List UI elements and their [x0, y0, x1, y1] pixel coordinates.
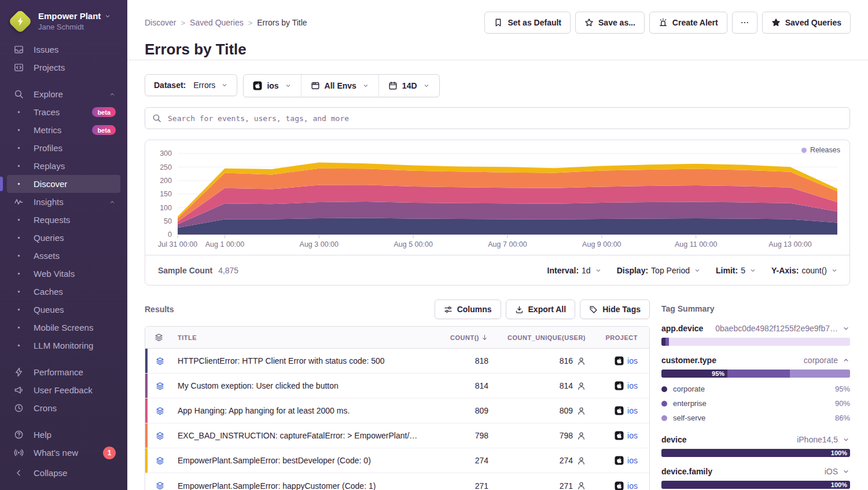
tag-distribution-bar: 100%: [661, 449, 850, 457]
sidebar-item-mobile-screens[interactable]: Mobile Screens: [7, 319, 120, 337]
chevron-down-icon[interactable]: [842, 324, 850, 332]
project-dropdown[interactable]: ios: [244, 75, 300, 97]
sidebar-item-assets[interactable]: Assets: [7, 247, 120, 265]
date-range-dropdown[interactable]: 14D: [378, 75, 439, 97]
chart-controls: Interval:1dDisplay:Top PeriodLimit:5Y-Ax…: [547, 266, 838, 275]
row-title[interactable]: EmpowerPlant.SampleError: happyCustomer …: [172, 481, 425, 490]
row-title[interactable]: My Custom exeption: User clicked the but…: [172, 381, 425, 390]
limit-dropdown[interactable]: Limit:5: [716, 266, 756, 275]
tag-breakdown-row[interactable]: self-serve86%: [661, 411, 850, 425]
columns-button[interactable]: Columns: [435, 299, 501, 319]
org-name[interactable]: Empower Plant: [38, 11, 111, 22]
sidebar-item-performance[interactable]: Performance: [7, 363, 120, 381]
sidebar-item-web-vitals[interactable]: Web Vitals: [7, 265, 120, 283]
sidebar-item-user-feedback[interactable]: User Feedback: [7, 381, 120, 399]
user-name: Jane Schmidt: [38, 23, 111, 32]
svg-text:Aug 5 00:00: Aug 5 00:00: [393, 240, 432, 248]
stack-icon[interactable]: [145, 432, 172, 440]
tag-bar-segment: 100%: [661, 449, 850, 457]
tag-breakdown-row[interactable]: enterprise90%: [661, 396, 850, 411]
sidebar-item-caches[interactable]: Caches: [7, 283, 120, 301]
sidebar-item-explore[interactable]: Explore: [7, 85, 120, 103]
sidebar-item-projects[interactable]: Projects: [7, 58, 120, 76]
chevron-up-icon[interactable]: [109, 199, 116, 206]
dot-icon: [13, 305, 24, 315]
tag-distribution-bar: [661, 338, 850, 346]
chart-legend[interactable]: Releases: [801, 146, 840, 154]
sidebar-item-discover[interactable]: Discover: [7, 175, 120, 193]
svg-text:0: 0: [168, 231, 172, 239]
project-link[interactable]: ios: [627, 456, 638, 465]
sidebar-item-llm-monitoring[interactable]: LLM Monitoring: [7, 337, 120, 354]
sidebar-item-replays[interactable]: Replays: [7, 157, 120, 175]
dot-icon: [13, 161, 24, 171]
tag-header[interactable]: customer.typecorporate: [661, 356, 850, 365]
hide-tags-button[interactable]: Hide Tags: [580, 299, 650, 319]
stack-icon: [151, 333, 166, 342]
tag-value-percent: 90%: [835, 399, 850, 408]
sidebar-item-what-s-new[interactable]: What's new1: [7, 444, 120, 462]
project-link[interactable]: ios: [627, 356, 638, 365]
tag-name: device.family: [661, 467, 712, 476]
chevron-up-icon[interactable]: [109, 91, 116, 98]
sidebar-section: IssuesProjects: [0, 41, 127, 76]
row-title[interactable]: EmpowerPlant.SampleError: bestDeveloper …: [172, 456, 425, 465]
table-row: EmpowerPlant.SampleError: happyCustomer …: [145, 473, 649, 490]
breadcrumb-saved-queries[interactable]: Saved Queries: [190, 18, 244, 27]
save-as-button[interactable]: Save as...: [575, 12, 645, 34]
stack-icon[interactable]: [145, 481, 172, 490]
sidebar-item-metrics[interactable]: Metricsbeta: [7, 121, 120, 139]
sidebar-item-profiles[interactable]: Profiles: [7, 139, 120, 157]
display-dropdown[interactable]: Display:Top Period: [617, 266, 701, 275]
tag-header[interactable]: deviceiPhone14,5: [661, 435, 850, 444]
project-link[interactable]: ios: [627, 406, 638, 415]
saved-queries-button[interactable]: Saved Queries: [762, 12, 851, 34]
tag-header[interactable]: device.familyiOS: [661, 467, 850, 476]
sidebar-item-collapse[interactable]: Collapse: [7, 464, 120, 482]
org-switcher[interactable]: Empower Plant Jane Schmidt: [0, 7, 127, 41]
control-value: count(): [801, 266, 827, 275]
sidebar-item-help[interactable]: Help: [7, 426, 120, 444]
chevron-up-icon[interactable]: [842, 356, 850, 364]
megaphone-icon: [13, 385, 24, 395]
create-alert-button[interactable]: Create Alert: [649, 12, 727, 34]
sidebar-item-queries[interactable]: Queries: [7, 229, 120, 247]
sidebar-item-issues[interactable]: Issues: [7, 41, 120, 58]
row-count-unique-value: 816: [560, 356, 573, 365]
dataset-dropdown[interactable]: Dataset: Errors: [145, 74, 237, 96]
column-header-title[interactable]: TITLE: [172, 334, 425, 341]
breadcrumb-discover[interactable]: Discover: [145, 18, 176, 27]
set-as-default-button[interactable]: Set as Default: [484, 12, 571, 34]
stack-icon[interactable]: [145, 407, 172, 415]
column-header-count-unique-user[interactable]: COUNT_UNIQUE(USER): [494, 334, 591, 341]
tag-header[interactable]: app.device0baebc0de4982f1255f2e9e9fb7…: [661, 324, 850, 333]
search-bar[interactable]: [145, 107, 850, 129]
tag-breakdown-row[interactable]: corporate95%: [661, 382, 850, 396]
interval-dropdown[interactable]: Interval:1d: [547, 266, 602, 275]
y-axis-dropdown[interactable]: Y-Axis:count(): [771, 266, 838, 275]
row-title[interactable]: App Hanging: App hanging for at least 20…: [172, 406, 425, 415]
row-title[interactable]: HTTPClientError: HTTP Client Error with …: [172, 356, 425, 365]
project-link[interactable]: ios: [627, 481, 638, 490]
project-link[interactable]: ios: [627, 381, 638, 390]
column-header-count[interactable]: COUNT(): [425, 334, 494, 341]
environment-dropdown[interactable]: All Envs: [301, 75, 378, 97]
table-row: HTTPClientError: HTTP Client Error with …: [145, 349, 649, 374]
column-header-project[interactable]: PROJECT: [591, 334, 649, 341]
tag-value-label: corporate: [673, 385, 705, 393]
stack-icon[interactable]: [145, 357, 172, 365]
search-input[interactable]: [167, 114, 843, 123]
sidebar-item-queues[interactable]: Queues: [7, 301, 120, 319]
sidebar-item-requests[interactable]: Requests: [7, 211, 120, 229]
more-options-button[interactable]: [732, 12, 757, 34]
stack-icon[interactable]: [145, 456, 172, 465]
project-link[interactable]: ios: [627, 431, 638, 440]
sidebar-item-traces[interactable]: Tracesbeta: [7, 103, 120, 121]
chevron-down-icon[interactable]: [842, 436, 850, 444]
chevron-down-icon[interactable]: [842, 467, 850, 476]
stack-icon[interactable]: [145, 382, 172, 390]
sidebar-item-crons[interactable]: Crons: [7, 399, 120, 417]
export-all-button[interactable]: Export All: [506, 299, 576, 319]
row-title[interactable]: EXC_BAD_INSTRUCTION: captureFatalError: …: [172, 431, 425, 440]
sidebar-item-insights[interactable]: Insights: [7, 193, 120, 211]
